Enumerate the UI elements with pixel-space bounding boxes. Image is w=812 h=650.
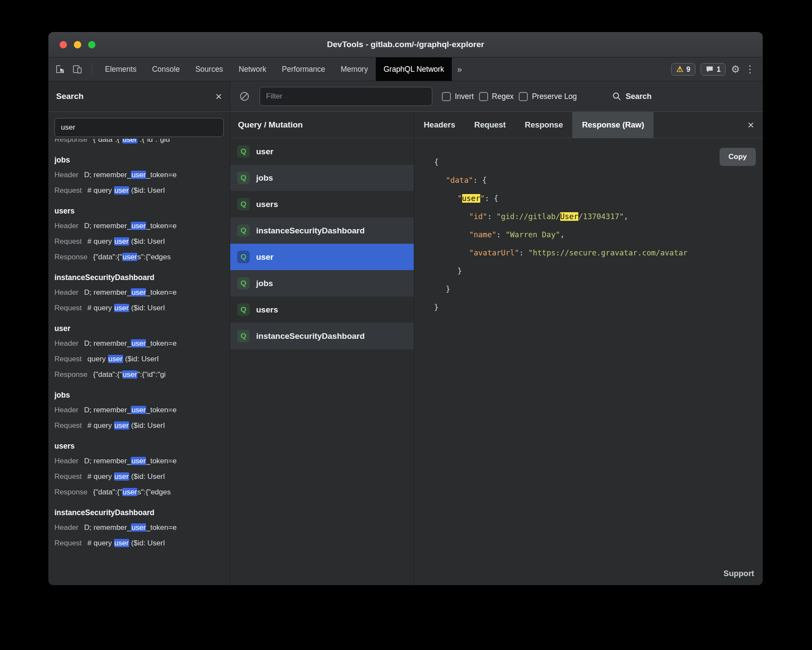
devtools-tab-sources[interactable]: Sources [187, 57, 231, 81]
search-result-line[interactable]: Request# query user ($id: UserI [54, 300, 224, 316]
devtools-tab-console[interactable]: Console [144, 57, 187, 81]
devtools-tab-elements[interactable]: Elements [97, 57, 144, 81]
search-result-text: {"data":{" [93, 139, 122, 143]
search-result-line[interactable]: HeaderD; remember_user_token=e [54, 218, 224, 234]
checkbox-label: Preserve Log [532, 92, 577, 101]
more-tabs-button[interactable]: » [452, 57, 467, 81]
search-result-group-name[interactable]: users [54, 204, 224, 218]
search-result-text: {"data":{" [93, 253, 122, 261]
checkbox-invert[interactable]: Invert [442, 92, 474, 101]
search-result-text: ":{"id":"gid [137, 139, 170, 143]
message-bubble-icon [706, 65, 714, 73]
search-result-line[interactable]: Request# query user ($id: UserI [54, 469, 224, 484]
search-result-line-label: Response [54, 488, 88, 496]
search-result-line[interactable]: HeaderD; remember_user_token=e [54, 285, 224, 300]
query-list-item[interactable]: Qjobs [230, 165, 414, 191]
query-list-item[interactable]: QinstanceSecurityDashboard [230, 323, 414, 349]
support-link[interactable]: Support [723, 569, 754, 578]
json-line: "avatarUrl": "https://secure.gravatar.co… [414, 244, 763, 262]
search-input[interactable] [54, 118, 224, 137]
search-result-line[interactable]: Response{"data":{"users":{"edges [54, 484, 224, 500]
network-region: InvertRegexPreserve Log Search [230, 81, 763, 585]
query-name: instanceSecurityDashboard [256, 226, 365, 236]
search-result-group-name[interactable]: jobs [54, 388, 224, 402]
zoom-window-button[interactable] [88, 41, 95, 48]
tabbar-right-tools: ⚠ 9 1 ⚙ ⋮ [671, 57, 763, 81]
response-panel: HeadersRequestResponseResponse (Raw)× Co… [414, 112, 763, 585]
search-result-group-name[interactable]: jobs [54, 153, 224, 167]
json-lines: {"data": {"user": {"id": "gid://gitlab/U… [414, 153, 763, 316]
query-list-item[interactable]: Quser [230, 244, 414, 270]
window-controls [60, 32, 95, 57]
devtools-tab-network[interactable]: Network [231, 57, 274, 81]
search-result-line-label: Header [54, 406, 79, 414]
json-token: } [457, 267, 462, 275]
search-result-line[interactable]: Response{"data":{"user":{"id":"gid [54, 139, 224, 147]
query-list-item[interactable]: Qusers [230, 296, 414, 323]
query-list-item[interactable]: QinstanceSecurityDashboard [230, 217, 414, 244]
tabbar-left-tools [48, 57, 97, 81]
search-result-line[interactable]: HeaderD; remember_user_token=e [54, 167, 224, 183]
close-window-button[interactable] [60, 41, 67, 48]
search-result-line[interactable]: Response{"data":{"users":{"edges [54, 249, 224, 265]
search-result-line[interactable]: HeaderD; remember_user_token=e [54, 453, 224, 469]
inspect-element-icon[interactable] [54, 64, 66, 75]
search-result-text: # query [87, 304, 114, 312]
search-result-text: # query [87, 421, 114, 430]
filter-search-button[interactable]: Search [612, 92, 651, 101]
search-result-group-name[interactable]: instanceSecurityDashboard [54, 270, 224, 285]
search-result-line[interactable]: HeaderD; remember_user_token=e [54, 336, 224, 351]
response-tab-response-raw[interactable]: Response (Raw) [572, 112, 653, 138]
query-type-badge: Q [237, 224, 250, 237]
issues-count: 1 [717, 65, 720, 73]
kebab-menu-icon[interactable]: ⋮ [745, 64, 755, 74]
query-type-badge: Q [237, 172, 250, 184]
search-result-group-name[interactable]: user [54, 321, 224, 336]
query-name: user [256, 147, 273, 156]
response-tab-response[interactable]: Response [515, 112, 572, 138]
json-line: { [414, 153, 763, 171]
search-result-text: # query [87, 237, 114, 245]
search-result-group-name[interactable]: users [54, 439, 224, 453]
search-result-line[interactable]: Request# query user ($id: UserI [54, 183, 224, 198]
clear-block-icon[interactable] [239, 91, 250, 102]
search-result-line-label: Response [54, 253, 88, 261]
issues-badge[interactable]: 1 [701, 63, 726, 76]
checkbox-preserve-log[interactable]: Preserve Log [519, 92, 577, 101]
search-result-line[interactable]: Request# query user ($id: UserI [54, 234, 224, 249]
search-match-highlight: user [114, 472, 129, 481]
search-result-line[interactable]: Requestquery user ($id: UserI [54, 351, 224, 367]
search-panel-close-icon[interactable]: × [216, 91, 222, 102]
search-result-line[interactable]: HeaderD; remember_user_token=e [54, 520, 224, 535]
query-list-item[interactable]: Qjobs [230, 270, 414, 296]
search-result-line[interactable]: HeaderD; remember_user_token=e [54, 402, 224, 418]
minimize-window-button[interactable] [74, 41, 81, 48]
devtools-tab-graphql-network[interactable]: GraphQL Network [376, 57, 452, 81]
search-result-line[interactable]: Response{"data":{"user":{"id":"gi [54, 367, 224, 382]
filter-input[interactable] [260, 87, 432, 106]
devtools-tab-performance[interactable]: Performance [274, 57, 333, 81]
checkbox-regex[interactable]: Regex [479, 92, 514, 101]
devtools-tab-memory[interactable]: Memory [333, 57, 376, 81]
settings-gear-icon[interactable]: ⚙ [731, 64, 740, 74]
device-toolbar-icon[interactable] [72, 64, 83, 75]
query-type-badge: Q [237, 330, 250, 342]
search-result-line[interactable]: Request# query user ($id: UserI [54, 418, 224, 433]
search-results: Response{"data":{"user":{"id":"gidjobsHe… [48, 139, 230, 585]
query-list-item[interactable]: Quser [230, 138, 414, 165]
warnings-badge[interactable]: ⚠ 9 [671, 63, 695, 76]
search-result-line-label: Request [54, 304, 82, 312]
query-list-item[interactable]: Qusers [230, 191, 414, 217]
response-panel-close-icon[interactable]: × [748, 119, 763, 131]
search-match-highlight: user [114, 421, 129, 430]
copy-button[interactable]: Copy [720, 148, 756, 166]
search-result-text: ($id: UserI [129, 186, 165, 194]
search-result-line[interactable]: Request# query user ($id: UserI [54, 535, 224, 551]
search-result-group-name[interactable]: instanceSecurityDashboard [54, 505, 224, 520]
response-tab-headers[interactable]: Headers [414, 112, 465, 138]
content-row: Query / Mutation QuserQjobsQusersQinstan… [230, 112, 763, 585]
checkbox-label: Regex [492, 92, 514, 101]
json-token: : [519, 249, 528, 257]
window-title: DevTools - gitlab.com/-/graphql-explorer [48, 40, 763, 49]
response-tab-request[interactable]: Request [465, 112, 515, 138]
